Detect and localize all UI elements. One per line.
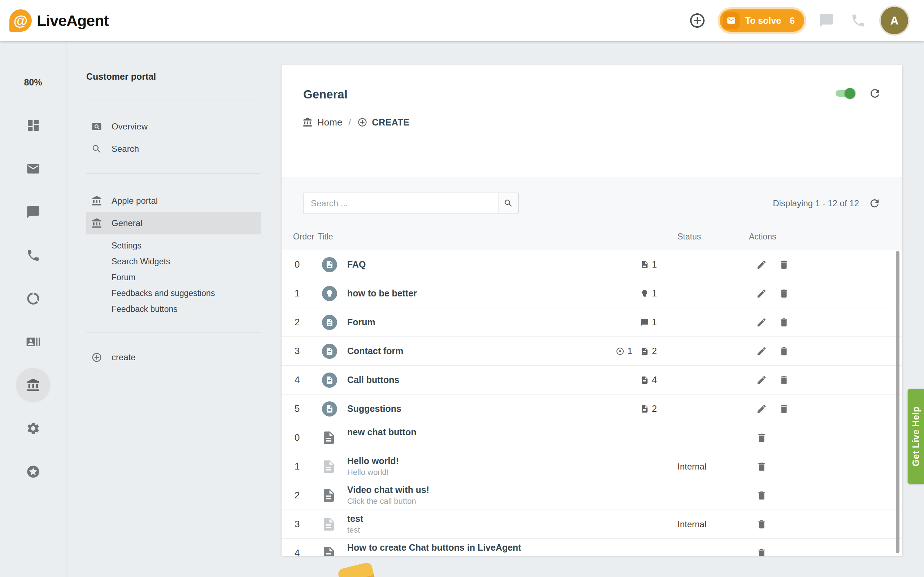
row-subtitle bbox=[347, 554, 603, 556]
row-title[interactable]: test bbox=[347, 514, 603, 524]
row-badges: 1 bbox=[603, 259, 664, 270]
table-scrollbar[interactable] bbox=[896, 251, 900, 553]
rail-item-chats[interactable] bbox=[16, 195, 50, 229]
rail-item-settings[interactable] bbox=[16, 411, 50, 446]
row-title[interactable]: how to be better bbox=[347, 288, 603, 298]
article-icon bbox=[321, 430, 336, 445]
trash-icon bbox=[756, 490, 767, 501]
search-button[interactable] bbox=[498, 193, 519, 214]
row-order: 2 bbox=[281, 317, 318, 328]
delete-button[interactable] bbox=[754, 459, 769, 475]
rail-item-dashboard[interactable] bbox=[16, 108, 50, 143]
rail-item-customers[interactable] bbox=[16, 324, 50, 359]
row-actions bbox=[740, 314, 902, 330]
breadcrumb-create-link[interactable]: CREATE bbox=[372, 117, 410, 128]
table-row[interactable]: 1 how to be better 1 bbox=[281, 279, 902, 308]
create-new-button[interactable] bbox=[688, 11, 707, 30]
delete-button[interactable] bbox=[754, 430, 769, 446]
chat-bubble-icon bbox=[640, 318, 649, 327]
trash-icon bbox=[756, 519, 767, 530]
sidebar-subitem-search-widgets[interactable]: Search Widgets bbox=[86, 253, 261, 269]
sidebar-subitem-feedbacks-and-suggestions[interactable]: Feedbacks and suggestions bbox=[86, 285, 261, 301]
delete-button[interactable] bbox=[776, 314, 792, 330]
sidebar-item-search[interactable]: Search bbox=[86, 138, 261, 160]
table-row[interactable]: 2 Video chat with us! Click the call but… bbox=[281, 481, 902, 510]
get-live-help-tab[interactable]: Get Live Help bbox=[908, 389, 924, 484]
category-icon bbox=[322, 344, 337, 359]
table-row[interactable]: 0 new chat button bbox=[281, 423, 902, 452]
table-row[interactable]: 3 test test Internal bbox=[281, 510, 902, 539]
rail-item-reports[interactable] bbox=[16, 281, 50, 316]
rail-item-upgrade[interactable] bbox=[16, 455, 50, 489]
delete-button[interactable] bbox=[754, 516, 769, 532]
edit-button[interactable] bbox=[754, 401, 769, 417]
delete-button[interactable] bbox=[776, 401, 792, 417]
chats-status-button[interactable] bbox=[817, 11, 836, 30]
edit-button[interactable] bbox=[754, 372, 769, 388]
sidebar-subitem-forum[interactable]: Forum bbox=[86, 269, 261, 285]
trash-icon bbox=[779, 375, 789, 385]
delete-button[interactable] bbox=[776, 372, 792, 388]
rail-item-customer-portal[interactable] bbox=[16, 368, 50, 403]
edit-button[interactable] bbox=[754, 285, 769, 301]
liveagent-logo[interactable]: @ LiveAgent bbox=[10, 10, 109, 32]
sidebar-item-apple-portal[interactable]: Apple portal bbox=[86, 190, 261, 212]
row-actions bbox=[740, 459, 902, 475]
table-row[interactable]: 5 Suggestions 2 bbox=[281, 395, 902, 423]
edit-button[interactable] bbox=[754, 343, 769, 359]
rail-item-calls[interactable] bbox=[16, 238, 50, 272]
sidebar-item-create[interactable]: create bbox=[86, 346, 261, 369]
row-actions bbox=[740, 285, 902, 301]
portal-active-toggle[interactable] bbox=[835, 88, 855, 99]
sidebar-item-overview[interactable]: Overview bbox=[86, 115, 261, 138]
delete-button[interactable] bbox=[776, 343, 792, 359]
lightbulb-icon bbox=[325, 289, 334, 298]
table-row[interactable]: 4 Call buttons 4 bbox=[281, 366, 902, 395]
sidebar-subitem-settings[interactable]: Settings bbox=[86, 238, 261, 253]
rail-item-tickets[interactable] bbox=[16, 152, 50, 186]
sidebar-subitem-feedback-buttons[interactable]: Feedback buttons bbox=[86, 301, 261, 317]
row-order: 4 bbox=[281, 374, 318, 385]
search-box bbox=[303, 193, 519, 214]
delete-button[interactable] bbox=[776, 285, 792, 301]
user-avatar[interactable]: A bbox=[881, 7, 908, 34]
table-row[interactable]: 2 Forum 1 bbox=[281, 308, 902, 337]
column-header-status: Status bbox=[664, 232, 740, 242]
search-input[interactable] bbox=[303, 193, 498, 214]
document-icon bbox=[321, 459, 336, 474]
topic-count-badge: 1 bbox=[640, 317, 657, 327]
row-title[interactable]: Suggestions bbox=[347, 403, 603, 414]
row-title[interactable]: Hello world! bbox=[347, 456, 603, 466]
to-solve-button[interactable]: To solve 6 bbox=[720, 10, 804, 32]
refresh-button[interactable] bbox=[868, 87, 881, 100]
displaying-count: Displaying 1 - 12 of 12 bbox=[773, 198, 859, 208]
table-row[interactable]: 0 FAQ 1 bbox=[281, 250, 902, 279]
row-order: 1 bbox=[281, 461, 318, 472]
contact-card-icon bbox=[26, 335, 40, 349]
calls-status-button[interactable] bbox=[849, 11, 868, 30]
table-row[interactable]: 1 Hello world! Hello world! Internal bbox=[281, 452, 902, 481]
donut-chart-icon bbox=[26, 292, 40, 306]
table-row[interactable]: 3 Contact form 1 2 bbox=[281, 337, 902, 366]
sidebar-item-label: Overview bbox=[111, 121, 148, 132]
delete-button[interactable] bbox=[754, 488, 769, 503]
row-title[interactable]: new chat button bbox=[347, 427, 603, 437]
edit-button[interactable] bbox=[754, 314, 769, 330]
document-icon bbox=[325, 347, 334, 356]
chat-bubble-icon bbox=[26, 205, 40, 219]
delete-button[interactable] bbox=[754, 545, 769, 556]
row-title[interactable]: How to create Chat buttons in LiveAgent bbox=[347, 542, 603, 553]
row-order: 4 bbox=[281, 548, 318, 556]
row-title[interactable]: Call buttons bbox=[347, 375, 603, 385]
row-title[interactable]: Video chat with us! bbox=[347, 485, 603, 495]
breadcrumb-home-link[interactable]: Home bbox=[317, 117, 342, 128]
list-refresh-button[interactable] bbox=[868, 197, 881, 210]
table-row[interactable]: 4 How to create Chat buttons in LiveAgen… bbox=[281, 539, 902, 556]
sidebar-item-general[interactable]: General bbox=[86, 212, 261, 234]
dashboard-icon bbox=[26, 118, 40, 133]
delete-button[interactable] bbox=[776, 257, 792, 272]
edit-button[interactable] bbox=[754, 257, 769, 272]
row-title[interactable]: Forum bbox=[347, 317, 603, 327]
row-title[interactable]: Contact form bbox=[347, 346, 603, 356]
row-title[interactable]: FAQ bbox=[347, 259, 603, 270]
